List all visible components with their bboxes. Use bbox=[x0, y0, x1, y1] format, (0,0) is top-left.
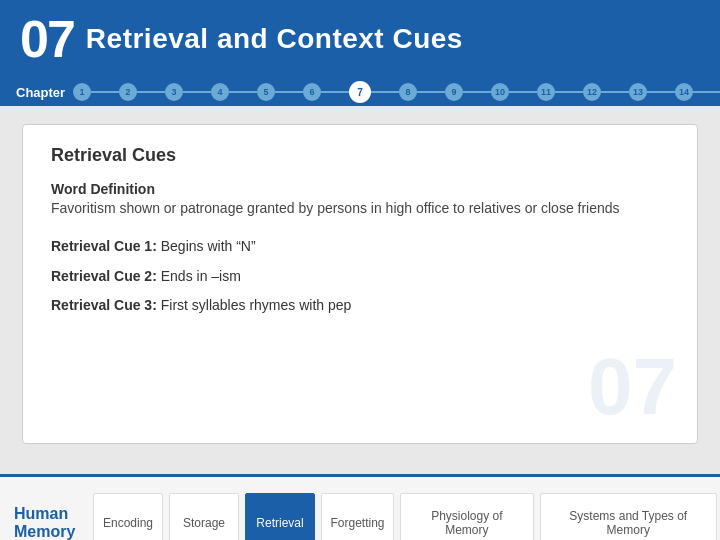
nav-dot-8[interactable]: 8 bbox=[399, 83, 417, 101]
nav-dot-10[interactable]: 10 bbox=[491, 83, 509, 101]
footer: Human Memory EncodingStorageRetrievalFor… bbox=[0, 474, 720, 540]
cue-item-1: Retrieval Cue 1: Begins with “N” bbox=[51, 237, 669, 257]
cues-container: Retrieval Cue 1: Begins with “N”Retrieva… bbox=[51, 237, 669, 316]
nav-dot-11[interactable]: 11 bbox=[537, 83, 555, 101]
brand-label: Human Memory bbox=[0, 505, 90, 541]
word-def-text: Favoritism shown or patronage granted by… bbox=[51, 200, 620, 216]
page-header: 07 Retrieval and Context Cues bbox=[0, 0, 720, 78]
footer-tab-storage[interactable]: Storage bbox=[169, 493, 239, 541]
watermark: 07 bbox=[588, 341, 677, 433]
cue-text-1: Begins with “N” bbox=[161, 238, 256, 254]
cue-item-3: Retrieval Cue 3: First syllables rhymes … bbox=[51, 296, 669, 316]
nav-dots-container: 123456789101112131415 bbox=[73, 81, 720, 103]
brand-line2: Memory bbox=[14, 523, 80, 541]
nav-dot-4[interactable]: 4 bbox=[211, 83, 229, 101]
word-definition-section: Word Definition Favoritism shown or patr… bbox=[51, 180, 669, 219]
cue-item-2: Retrieval Cue 2: Ends in –ism bbox=[51, 267, 669, 287]
chapter-title: Retrieval and Context Cues bbox=[86, 23, 463, 55]
word-def-title: Word Definition bbox=[51, 181, 155, 197]
nav-dot-13[interactable]: 13 bbox=[629, 83, 647, 101]
main-content: Retrieval Cues Word Definition Favoritis… bbox=[0, 106, 720, 474]
cue-label-3: Retrieval Cue 3: bbox=[51, 297, 161, 313]
footer-tab-retrieval[interactable]: Retrieval bbox=[245, 493, 315, 541]
footer-tabs: EncodingStorageRetrievalForgettingPhysio… bbox=[90, 477, 720, 540]
nav-dot-14[interactable]: 14 bbox=[675, 83, 693, 101]
footer-tab-physiology-of-memory[interactable]: Physiology of Memory bbox=[400, 493, 534, 541]
brand-line1: Human bbox=[14, 505, 80, 523]
nav-dot-2[interactable]: 2 bbox=[119, 83, 137, 101]
cue-label-1: Retrieval Cue 1: bbox=[51, 238, 161, 254]
card-title: Retrieval Cues bbox=[51, 145, 669, 166]
cue-label-2: Retrieval Cue 2: bbox=[51, 268, 161, 284]
nav-dot-7[interactable]: 7 bbox=[349, 81, 371, 103]
nav-dot-3[interactable]: 3 bbox=[165, 83, 183, 101]
content-card: Retrieval Cues Word Definition Favoritis… bbox=[22, 124, 698, 444]
chapter-nav: Chapter 123456789101112131415 bbox=[0, 78, 720, 106]
chapter-number: 07 bbox=[20, 13, 74, 65]
nav-dot-6[interactable]: 6 bbox=[303, 83, 321, 101]
footer-tab-systems-and-types-of-memory[interactable]: Systems and Types of Memory bbox=[540, 493, 717, 541]
chapter-label: Chapter bbox=[16, 85, 65, 100]
cue-text-3: First syllables rhymes with pep bbox=[161, 297, 352, 313]
cue-text-2: Ends in –ism bbox=[161, 268, 241, 284]
nav-dot-1[interactable]: 1 bbox=[73, 83, 91, 101]
nav-dot-9[interactable]: 9 bbox=[445, 83, 463, 101]
nav-dot-12[interactable]: 12 bbox=[583, 83, 601, 101]
nav-dot-5[interactable]: 5 bbox=[257, 83, 275, 101]
footer-tab-forgetting[interactable]: Forgetting bbox=[321, 493, 394, 541]
footer-tab-encoding[interactable]: Encoding bbox=[93, 493, 163, 541]
